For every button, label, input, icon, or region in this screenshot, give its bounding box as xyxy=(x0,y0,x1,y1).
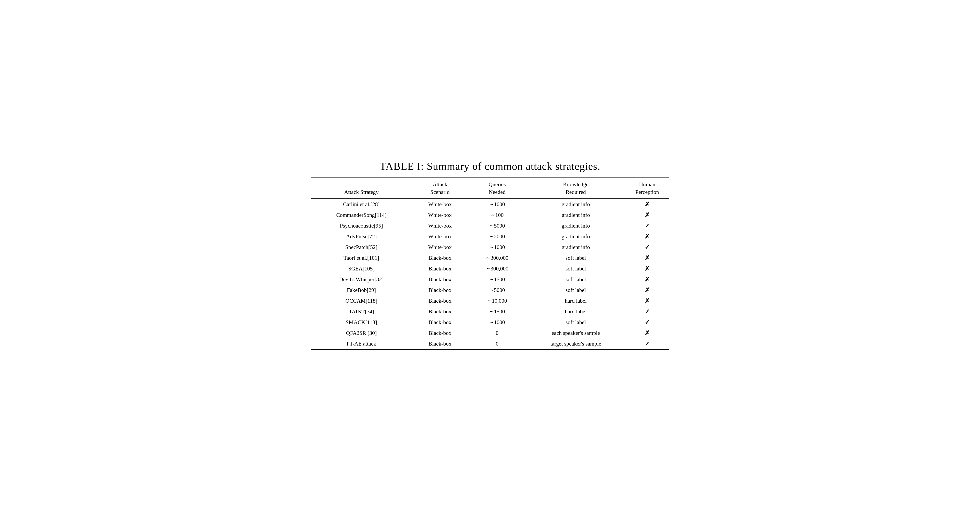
perception-symbol: ✗ xyxy=(645,298,650,304)
cell-scenario: Black-box xyxy=(411,274,469,285)
cell-perception: ✗ xyxy=(626,210,669,220)
cell-queries: 0 xyxy=(469,338,526,349)
cell-scenario: Black-box xyxy=(411,306,469,317)
cell-perception: ✗ xyxy=(626,274,669,285)
cell-strategy: TAINT[74] xyxy=(311,306,411,317)
cell-perception: ✗ xyxy=(626,285,669,295)
cell-queries: ∼10,000 xyxy=(469,295,526,306)
cell-queries: ∼100 xyxy=(469,210,526,220)
cell-perception: ✓ xyxy=(626,338,669,349)
table-row: Psychoacoustic[95] White-box ∼5000 gradi… xyxy=(311,220,669,231)
cell-strategy: SMACK[113] xyxy=(311,317,411,328)
cell-scenario: White-box xyxy=(411,220,469,231)
cell-strategy: AdvPulse[72] xyxy=(311,231,411,242)
perception-symbol: ✗ xyxy=(645,255,650,261)
perception-symbol: ✓ xyxy=(645,308,650,315)
col-header-knowledge: Knowledge Required xyxy=(526,178,626,199)
page-container: TABLE I: Summary of common attack strate… xyxy=(311,160,669,350)
cell-strategy: Devil's Whisper[32] xyxy=(311,274,411,285)
col-header-queries: Queries Needed xyxy=(469,178,526,199)
cell-perception: ✓ xyxy=(626,242,669,253)
table-row: OCCAM[118] Black-box ∼10,000 hard label … xyxy=(311,295,669,306)
cell-perception: ✓ xyxy=(626,306,669,317)
cell-perception: ✗ xyxy=(626,231,669,242)
cell-perception: ✓ xyxy=(626,220,669,231)
cell-queries: ∼1000 xyxy=(469,199,526,210)
col-header-scenario: Attack Scenario xyxy=(411,178,469,199)
cell-knowledge: gradient info xyxy=(526,210,626,220)
cell-knowledge: soft label xyxy=(526,317,626,328)
cell-strategy: Psychoacoustic[95] xyxy=(311,220,411,231)
cell-scenario: White-box xyxy=(411,199,469,210)
cell-queries: ∼1500 xyxy=(469,274,526,285)
cell-scenario: Black-box xyxy=(411,285,469,295)
cell-strategy: SGEA[105] xyxy=(311,263,411,274)
table-row: FakeBob[29] Black-box ∼5000 soft label ✗ xyxy=(311,285,669,295)
cell-scenario: Black-box xyxy=(411,328,469,338)
cell-knowledge: hard label xyxy=(526,306,626,317)
cell-knowledge: gradient info xyxy=(526,231,626,242)
cell-queries: ∼300,000 xyxy=(469,253,526,263)
cell-scenario: Black-box xyxy=(411,263,469,274)
cell-queries: 0 xyxy=(469,328,526,338)
cell-scenario: Black-box xyxy=(411,295,469,306)
table-row: AdvPulse[72] White-box ∼2000 gradient in… xyxy=(311,231,669,242)
cell-queries: ∼2000 xyxy=(469,231,526,242)
cell-scenario: Black-box xyxy=(411,317,469,328)
cell-knowledge: soft label xyxy=(526,285,626,295)
table-row: TAINT[74] Black-box ∼1500 hard label ✓ xyxy=(311,306,669,317)
cell-strategy: CommanderSong[114] xyxy=(311,210,411,220)
bottom-border-cell xyxy=(311,349,669,350)
table-row: Taori et al.[101] Black-box ∼300,000 sof… xyxy=(311,253,669,263)
cell-knowledge: gradient info xyxy=(526,199,626,210)
col-header-strategy: Attack Strategy xyxy=(311,178,411,199)
table-row: SpecPatch[52] White-box ∼1000 gradient i… xyxy=(311,242,669,253)
cell-perception: ✗ xyxy=(626,263,669,274)
cell-perception: ✗ xyxy=(626,199,669,210)
cell-knowledge: soft label xyxy=(526,263,626,274)
cell-strategy: PT-AE attack xyxy=(311,338,411,349)
cell-strategy: OCCAM[118] xyxy=(311,295,411,306)
cell-knowledge: target speaker's sample xyxy=(526,338,626,349)
bottom-border-row xyxy=(311,349,669,350)
perception-symbol: ✗ xyxy=(645,287,650,293)
perception-symbol: ✗ xyxy=(645,330,650,336)
perception-symbol: ✗ xyxy=(645,201,650,208)
cell-scenario: Black-box xyxy=(411,338,469,349)
cell-knowledge: gradient info xyxy=(526,242,626,253)
cell-knowledge: soft label xyxy=(526,253,626,263)
table-row: QFA2SR [30] Black-box 0 each speaker's s… xyxy=(311,328,669,338)
perception-symbol: ✗ xyxy=(645,233,650,240)
cell-scenario: White-box xyxy=(411,210,469,220)
perception-symbol: ✗ xyxy=(645,265,650,272)
perception-symbol: ✗ xyxy=(645,212,650,218)
cell-strategy: FakeBob[29] xyxy=(311,285,411,295)
main-table: Attack Strategy Attack Scenario Queries … xyxy=(311,177,669,350)
perception-symbol: ✓ xyxy=(645,244,650,250)
cell-queries: ∼5000 xyxy=(469,285,526,295)
table-row: Devil's Whisper[32] Black-box ∼1500 soft… xyxy=(311,274,669,285)
cell-queries: ∼300,000 xyxy=(469,263,526,274)
col-header-perception: Human Perception xyxy=(626,178,669,199)
cell-strategy: QFA2SR [30] xyxy=(311,328,411,338)
table-row: CommanderSong[114] White-box ∼100 gradie… xyxy=(311,210,669,220)
cell-strategy: Taori et al.[101] xyxy=(311,253,411,263)
cell-queries: ∼1500 xyxy=(469,306,526,317)
cell-scenario: Black-box xyxy=(411,253,469,263)
cell-perception: ✗ xyxy=(626,253,669,263)
perception-symbol: ✓ xyxy=(645,222,650,229)
cell-queries: ∼1000 xyxy=(469,317,526,328)
header-row: Attack Strategy Attack Scenario Queries … xyxy=(311,178,669,199)
cell-perception: ✗ xyxy=(626,328,669,338)
cell-strategy: Carlini et al.[28] xyxy=(311,199,411,210)
cell-perception: ✗ xyxy=(626,295,669,306)
table-row: SMACK[113] Black-box ∼1000 soft label ✓ xyxy=(311,317,669,328)
cell-scenario: White-box xyxy=(411,231,469,242)
cell-knowledge: hard label xyxy=(526,295,626,306)
cell-queries: ∼1000 xyxy=(469,242,526,253)
cell-strategy: SpecPatch[52] xyxy=(311,242,411,253)
cell-knowledge: each speaker's sample xyxy=(526,328,626,338)
cell-scenario: White-box xyxy=(411,242,469,253)
table-title: TABLE I: Summary of common attack strate… xyxy=(311,160,669,172)
perception-symbol: ✗ xyxy=(645,276,650,283)
